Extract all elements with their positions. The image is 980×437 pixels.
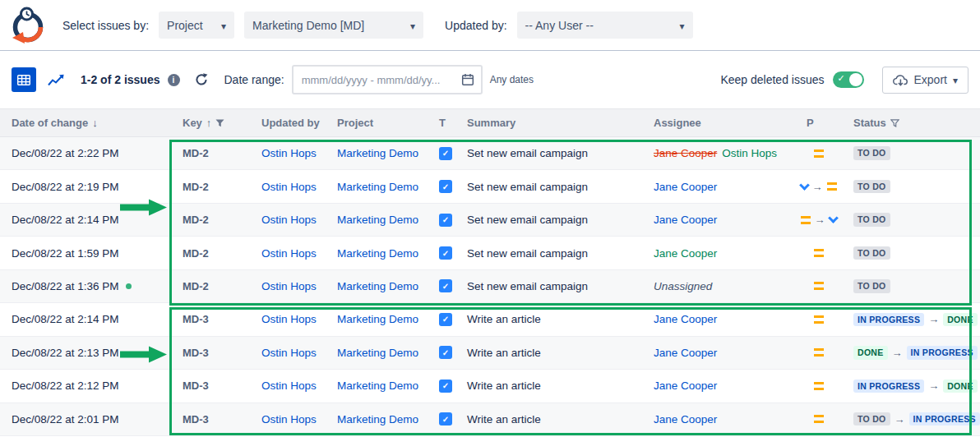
column-header-type[interactable]: T <box>428 117 455 129</box>
cell-updated-by[interactable]: Ostin Hops <box>250 380 326 392</box>
assignee-link[interactable]: Jane Cooper <box>654 214 717 226</box>
cell-key[interactable]: MD-2 <box>171 280 250 292</box>
column-header-assignee[interactable]: Assignee <box>642 117 795 129</box>
cell-project[interactable]: Marketing Demo <box>326 413 428 426</box>
cell-priority <box>795 214 842 226</box>
cell-updated-by[interactable]: Ostin Hops <box>250 147 326 159</box>
task-type-icon <box>439 380 452 393</box>
assignee-link[interactable]: Jane Cooper <box>654 181 717 193</box>
status-badge: IN PROGRESS <box>853 313 924 327</box>
cell-date-of-change: Dec/08/22 at 2:01 PM <box>0 413 171 426</box>
date-text: Dec/08/22 at 2:13 PM <box>12 347 119 359</box>
refresh-button[interactable] <box>194 72 209 87</box>
assignee-link[interactable]: Jane Cooper <box>654 347 717 359</box>
column-header-key[interactable]: Key <box>171 117 250 129</box>
table-row: Dec/08/22 at 2:22 PM MD-2 Ostin Hops Mar… <box>0 137 980 170</box>
cell-priority <box>795 315 842 324</box>
column-header-priority[interactable]: P <box>795 117 842 129</box>
date-range-input[interactable] <box>302 74 461 86</box>
assignee-link[interactable]: Jane Cooper <box>654 413 717 426</box>
calendar-icon[interactable] <box>461 73 474 86</box>
assignee-link[interactable]: Jane Cooper <box>654 380 717 392</box>
column-label: Date of change <box>12 117 88 129</box>
cell-updated-by[interactable]: Ostin Hops <box>250 313 326 325</box>
cell-project[interactable]: Marketing Demo <box>326 147 428 159</box>
cell-type <box>428 279 455 292</box>
chevron-down-icon <box>953 73 958 86</box>
cell-status: TO DO <box>842 213 980 227</box>
cell-updated-by[interactable]: Ostin Hops <box>250 347 326 359</box>
filter-icon[interactable] <box>890 119 899 127</box>
cell-summary: Set new email campaign <box>455 181 642 193</box>
table-view-button[interactable] <box>12 67 36 92</box>
column-header-updated-by[interactable]: Updated by <box>250 117 326 129</box>
cell-project[interactable]: Marketing Demo <box>326 280 428 292</box>
date-text: Dec/08/22 at 2:22 PM <box>12 147 119 159</box>
chart-view-button[interactable] <box>44 67 68 92</box>
priority-low-icon <box>799 180 810 191</box>
cell-assignee: Jane Cooper <box>642 247 795 260</box>
cell-type <box>428 380 455 393</box>
chevron-down-icon <box>410 19 415 32</box>
export-button[interactable]: Export <box>882 67 969 94</box>
keep-deleted-toggle[interactable] <box>833 71 864 88</box>
column-header-summary[interactable]: Summary <box>455 117 642 129</box>
cloud-download-icon <box>893 74 908 86</box>
cell-date-of-change: Dec/08/22 at 2:19 PM <box>0 181 171 193</box>
date-text: Dec/08/22 at 2:14 PM <box>12 313 119 325</box>
cell-type <box>428 346 455 359</box>
status-badge: IN PROGRESS <box>853 380 924 393</box>
cell-project[interactable]: Marketing Demo <box>326 380 428 392</box>
cell-updated-by[interactable]: Ostin Hops <box>250 280 326 292</box>
cell-updated-by[interactable]: Ostin Hops <box>250 181 326 193</box>
user-dropdown[interactable]: -- Any User -- <box>517 12 693 39</box>
cell-type <box>428 214 455 227</box>
cell-updated-by[interactable]: Ostin Hops <box>250 413 326 426</box>
project-dropdown[interactable]: Marketing Demo [MD] <box>244 12 423 39</box>
cell-project[interactable]: Marketing Demo <box>326 347 428 359</box>
cell-key[interactable]: MD-3 <box>171 380 250 392</box>
change-arrow-icon <box>928 380 939 392</box>
cell-updated-by[interactable]: Ostin Hops <box>250 247 326 260</box>
priority-medium-icon <box>814 282 824 290</box>
select-by-dropdown[interactable]: Project <box>159 12 234 39</box>
status-badge: TO DO <box>853 180 890 194</box>
cell-priority <box>795 415 842 423</box>
status-badge: DONE <box>943 380 978 393</box>
cell-updated-by[interactable]: Ostin Hops <box>250 214 326 226</box>
info-icon[interactable] <box>168 74 180 86</box>
status-badge: TO DO <box>853 279 890 293</box>
cell-project[interactable]: Marketing Demo <box>326 181 428 193</box>
priority-medium-icon <box>814 415 824 423</box>
filter-icon[interactable] <box>215 119 224 127</box>
cell-summary: Set new email campaign <box>455 147 642 159</box>
cell-key[interactable]: MD-2 <box>171 181 250 193</box>
column-header-project[interactable]: Project <box>326 117 428 129</box>
cell-priority <box>795 181 842 193</box>
assignee-text: Unassigned <box>654 280 712 292</box>
cell-key[interactable]: MD-2 <box>171 147 250 159</box>
priority-medium-icon <box>814 382 824 390</box>
cell-assignee: Jane Cooper <box>642 313 795 325</box>
change-arrow-icon <box>815 214 825 226</box>
priority-low-icon <box>828 213 839 223</box>
cell-status: IN PROGRESSDONE <box>842 380 980 393</box>
cell-project[interactable]: Marketing Demo <box>326 247 428 260</box>
cell-priority <box>795 150 842 158</box>
table-row: Dec/08/22 at 1:59 PM MD-2 Ostin Hops Mar… <box>0 237 980 269</box>
assignee-link[interactable]: Jane Cooper <box>654 313 717 325</box>
cell-priority <box>795 348 842 356</box>
cell-project[interactable]: Marketing Demo <box>326 214 428 226</box>
table-row: Dec/08/22 at 2:13 PM MD-3 Ostin Hops Mar… <box>0 337 980 370</box>
cell-key[interactable]: MD-3 <box>171 347 250 359</box>
cell-key[interactable]: MD-3 <box>171 413 250 426</box>
column-header-status[interactable]: Status <box>842 117 980 129</box>
cell-key[interactable]: MD-2 <box>171 247 250 260</box>
cell-status: IN PROGRESSDONE <box>842 313 980 327</box>
export-label: Export <box>914 73 947 86</box>
cell-project[interactable]: Marketing Demo <box>326 313 428 325</box>
cell-key[interactable]: MD-3 <box>171 313 250 325</box>
cell-key[interactable]: MD-2 <box>171 214 250 226</box>
column-header-date-of-change[interactable]: Date of change <box>0 117 171 129</box>
priority-medium-icon <box>814 249 824 257</box>
